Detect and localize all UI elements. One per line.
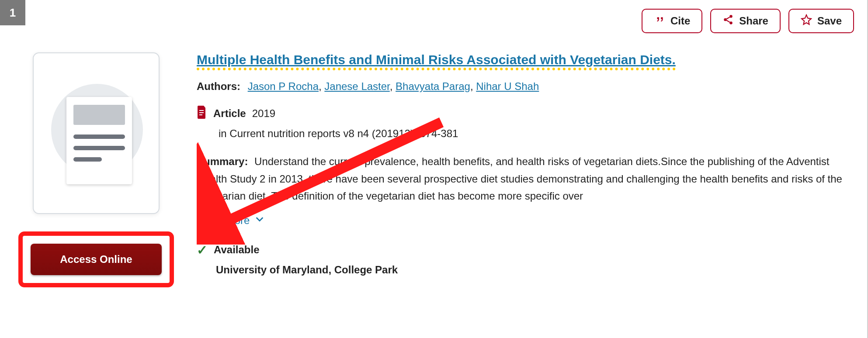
action-bar: Cite Share Save <box>642 9 854 33</box>
star-icon <box>801 14 812 28</box>
author-link[interactable]: Bhavyata Parag <box>396 80 470 92</box>
save-label: Save <box>817 15 842 27</box>
authors-label: Authors: <box>197 80 240 92</box>
show-more-label: Show More <box>197 214 250 227</box>
save-button[interactable]: Save <box>788 9 854 33</box>
share-button[interactable]: Share <box>710 9 781 33</box>
svg-point-2 <box>729 21 733 24</box>
authors-row: Authors: Jason P Rocha, Janese Laster, B… <box>197 80 845 93</box>
left-column: Access Online <box>31 52 162 287</box>
result-title-link[interactable]: Multiple Health Benefits and Minimal Ris… <box>197 52 676 70</box>
svg-point-0 <box>729 15 733 18</box>
author-link[interactable]: Jason P Rocha <box>248 80 319 92</box>
result-number: 1 <box>10 6 16 20</box>
access-online-highlight: Access Online <box>18 231 174 287</box>
svg-rect-5 <box>199 114 202 115</box>
cite-label: Cite <box>670 15 690 27</box>
cite-button[interactable]: Cite <box>642 9 702 33</box>
access-online-label: Access Online <box>60 253 132 265</box>
author-link[interactable]: Nihar U Shah <box>476 80 539 92</box>
quote-icon <box>654 14 665 28</box>
document-icon <box>197 106 207 121</box>
summary-text: Understand the current prevalence, healt… <box>197 155 842 202</box>
result-thumbnail <box>33 52 160 214</box>
result-title: Multiple Health Benefits and Minimal Ris… <box>197 52 676 67</box>
chevron-down-icon <box>255 214 264 227</box>
access-online-button[interactable]: Access Online <box>31 244 162 275</box>
svg-rect-4 <box>199 112 204 113</box>
summary-label: Summary: <box>197 155 248 167</box>
svg-point-1 <box>724 18 727 21</box>
type-label: Article <box>213 107 246 120</box>
result-number-badge: 1 <box>0 0 25 25</box>
publication-line: in Current nutrition reports v8 n4 (2019… <box>219 128 845 140</box>
availability-label: Available <box>214 244 260 256</box>
institution: University of Maryland, College Park <box>216 264 845 276</box>
svg-rect-3 <box>199 110 204 111</box>
main-column: Multiple Health Benefits and Minimal Ris… <box>197 52 845 276</box>
author-link[interactable]: Janese Laster <box>324 80 389 92</box>
check-icon: ✓ <box>197 242 208 258</box>
share-icon <box>722 14 734 28</box>
availability-row: ✓ Available <box>197 242 845 258</box>
show-more-toggle[interactable]: Show More <box>197 214 845 227</box>
share-label: Share <box>739 15 768 27</box>
summary-block: Summary: Understand the current prevalen… <box>197 153 845 205</box>
year: 2019 <box>252 107 275 120</box>
type-row: Article 2019 <box>197 106 845 121</box>
